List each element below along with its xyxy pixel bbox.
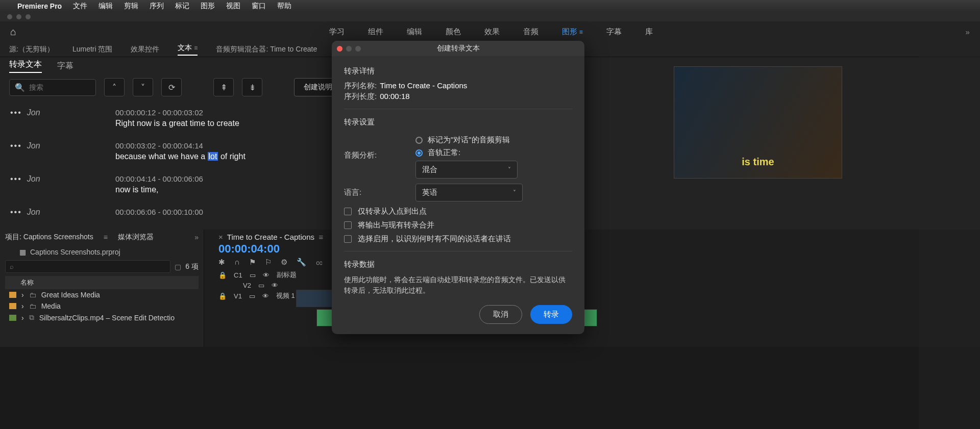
track-v2[interactable]: V2: [243, 282, 251, 289]
sequence-title[interactable]: Time to Create - Captions: [227, 233, 314, 241]
refresh-button[interactable]: ⟳: [161, 78, 182, 96]
dialog-titlebar[interactable]: 创建转录文本: [332, 41, 584, 56]
panel-menu-icon[interactable]: ≡: [104, 233, 108, 241]
ws-tab-captions[interactable]: 字幕: [606, 27, 622, 37]
src-tab-source[interactable]: 源:（无剪辑）: [9, 45, 54, 54]
menu-file[interactable]: 文件: [73, 2, 87, 11]
marker-icon[interactable]: ⚐: [265, 258, 272, 267]
window-min-icon[interactable]: [16, 14, 21, 19]
menu-edit[interactable]: 编辑: [99, 2, 113, 11]
eye-icon[interactable]: 👁: [272, 282, 278, 289]
cancel-button[interactable]: 取消: [479, 305, 522, 324]
settings-icon[interactable]: ⚙: [281, 258, 287, 267]
menu-window[interactable]: 窗口: [252, 2, 266, 11]
ws-tab-graphics[interactable]: 图形≡: [562, 27, 583, 37]
window-max-icon[interactable]: [26, 14, 31, 19]
menu-marker[interactable]: 标记: [175, 2, 189, 11]
subtab-captions[interactable]: 字幕: [57, 61, 74, 71]
track-c1[interactable]: C1: [234, 271, 242, 279]
list-item[interactable]: ›⧉SilbersaltzClips.mp4 – Scene Edit Dete…: [5, 312, 199, 323]
new-bin-icon[interactable]: ▢: [175, 263, 181, 271]
src-tab-lumetri[interactable]: Lumetri 范围: [72, 45, 113, 54]
ws-tab-effects[interactable]: 效果: [484, 27, 500, 37]
panel-menu-icon[interactable]: ≡: [194, 44, 198, 52]
project-tab[interactable]: 项目: Captions Screenshots: [5, 233, 93, 242]
program-monitor[interactable]: is time: [674, 66, 842, 179]
window-close-icon[interactable]: [7, 14, 12, 19]
linked-selection-icon[interactable]: ⚑: [249, 258, 256, 267]
mix-select[interactable]: 混合˅: [415, 161, 518, 179]
eye-icon[interactable]: 👁: [262, 292, 269, 300]
menu-clip[interactable]: 剪辑: [124, 2, 138, 11]
project-icon: ▦: [19, 248, 26, 256]
next-button[interactable]: ˅: [133, 78, 153, 96]
more-icon[interactable]: •••: [10, 108, 22, 117]
overflow-icon[interactable]: »: [194, 233, 199, 241]
checkbox-in-out-only[interactable]: [344, 208, 352, 215]
lock-icon[interactable]: 🔒: [218, 271, 227, 279]
more-icon[interactable]: •••: [10, 174, 22, 184]
home-icon[interactable]: ⌂: [10, 26, 16, 38]
toggle-icon[interactable]: ▭: [249, 292, 255, 300]
audio-analysis-label: 音频分析:: [344, 150, 415, 160]
search-box[interactable]: 🔍: [9, 79, 96, 96]
chevron-down-icon: ˅: [513, 189, 516, 196]
src-tab-text[interactable]: 文本 ≡: [178, 43, 198, 56]
list-item[interactable]: ›🗀Media: [5, 300, 199, 312]
menu-help[interactable]: 帮助: [277, 2, 291, 11]
src-tab-audiomixer[interactable]: 音频剪辑混合器: Time to Create: [216, 45, 317, 54]
search-input[interactable]: [29, 83, 90, 91]
src-tab-effectcontrols[interactable]: 效果控件: [131, 45, 159, 54]
hamburger-icon[interactable]: ≡: [579, 29, 583, 36]
checkbox-detect-speakers[interactable]: [344, 235, 352, 243]
ws-tab-editing[interactable]: 编辑: [407, 27, 422, 37]
speaker-name: Jon: [27, 174, 40, 184]
move-down-button[interactable]: ⇟: [242, 78, 262, 96]
prev-button[interactable]: ˄: [104, 78, 125, 96]
panel-menu-icon[interactable]: ≡: [318, 233, 323, 241]
ws-tab-audio[interactable]: 音频: [523, 27, 538, 37]
seq-name-value: Time to Create - Captions: [380, 81, 467, 91]
transcribe-button[interactable]: 转录: [530, 305, 572, 324]
list-item[interactable]: ›🗀Great Ideas Media: [5, 289, 199, 300]
more-icon[interactable]: •••: [10, 141, 22, 150]
timeline-panel: × Time to Create - Captions ≡ 00:00:04:0…: [204, 230, 980, 347]
column-header-name[interactable]: 名称: [5, 276, 199, 289]
snap-icon[interactable]: ✱: [218, 258, 225, 267]
move-up-button[interactable]: ⇞: [213, 78, 234, 96]
close-tab-icon[interactable]: ×: [218, 233, 223, 241]
eye-icon[interactable]: 👁: [263, 271, 270, 279]
chevron-down-icon: ˅: [508, 166, 511, 173]
cc-icon[interactable]: ㏄: [315, 258, 323, 267]
language-select[interactable]: 英语˅: [415, 184, 523, 201]
toggle-icon[interactable]: ▭: [250, 271, 256, 279]
subtab-transcript[interactable]: 转录文本: [9, 59, 42, 73]
more-icon[interactable]: •••: [10, 208, 22, 217]
dialog-max-icon: [355, 46, 361, 52]
menu-sequence[interactable]: 序列: [150, 2, 164, 11]
dialog-close-icon[interactable]: [337, 46, 342, 52]
wrench-icon[interactable]: 🔧: [297, 258, 306, 267]
magnet-icon[interactable]: ∩: [234, 258, 240, 267]
project-search-input[interactable]: [5, 260, 170, 273]
radio-dialogue-clips[interactable]: [415, 137, 423, 144]
ws-overflow-icon[interactable]: »: [966, 28, 970, 36]
lock-icon[interactable]: 🔒: [218, 292, 227, 300]
track-v1[interactable]: V1: [234, 292, 242, 300]
media-browser-tab[interactable]: 媒体浏览器: [118, 233, 154, 242]
checkbox-merge-existing[interactable]: [344, 221, 352, 229]
toggle-icon[interactable]: ▭: [258, 282, 264, 289]
ws-tab-learn[interactable]: 学习: [329, 27, 345, 37]
checkbox-merge-label: 将输出与现有转录合并: [358, 220, 434, 230]
ws-tab-assembly[interactable]: 组件: [368, 27, 383, 37]
app-name[interactable]: Premiere Pro: [17, 2, 62, 10]
menu-view[interactable]: 视图: [226, 2, 240, 11]
create-transcript-dialog: 创建转录文本 转录详情 序列名称:Time to Create - Captio…: [332, 41, 584, 334]
timecode[interactable]: 00:00:04:00: [209, 242, 975, 256]
section-transcript-data: 转录数据: [344, 260, 572, 269]
workspace-bar: ⌂ 学习 组件 编辑 颜色 效果 音频 图形≡ 字幕 库 »: [0, 21, 980, 42]
menu-graphics[interactable]: 图形: [201, 2, 215, 11]
ws-tab-color[interactable]: 颜色: [446, 27, 461, 37]
radio-audio-track[interactable]: [415, 149, 423, 157]
ws-tab-libraries[interactable]: 库: [645, 27, 653, 37]
